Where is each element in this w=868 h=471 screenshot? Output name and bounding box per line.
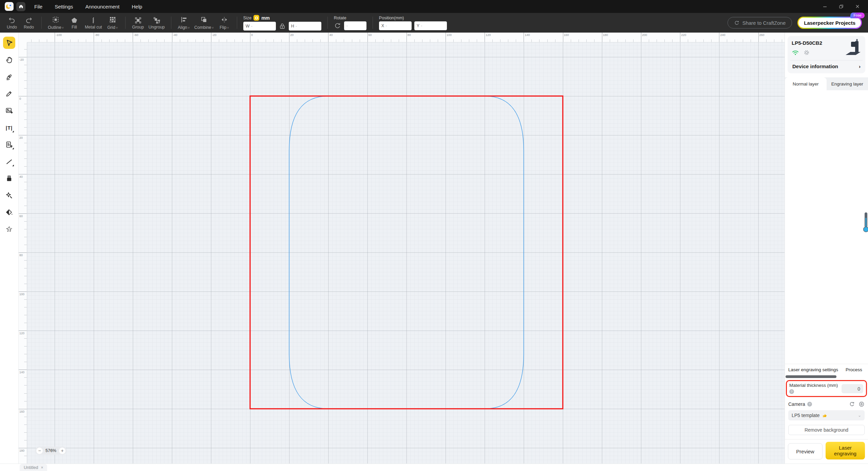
device-card: LP5-D50CB2 Device information ›: [788, 36, 865, 73]
toolbar-divider: [41, 17, 42, 29]
metal-cut-button[interactable]: Metal cut: [83, 16, 104, 30]
rotate-block: Rotate -: [334, 16, 366, 30]
toolbar-divider: [171, 17, 171, 29]
device-information-row[interactable]: Device information ›: [792, 60, 861, 71]
share-to-craftzone-button[interactable]: Share to CraftZone: [728, 17, 792, 29]
chevron-down-icon: ⌄: [858, 413, 861, 418]
app-logo-icon[interactable]: [5, 2, 14, 11]
combine-button[interactable]: Combine˅: [192, 16, 216, 30]
zoom-out-button[interactable]: −: [36, 448, 43, 454]
outline-button[interactable]: Outline˅: [46, 16, 66, 30]
minimize-icon[interactable]: [823, 4, 827, 9]
line-tool[interactable]: [3, 155, 15, 168]
horizontal-ruler: -100-80-60-40-20020406080100120140160180…: [27, 33, 785, 42]
layer-tabs: Normal layer Engraving layer: [785, 77, 868, 90]
chevron-down-icon: ˅: [116, 26, 118, 30]
position-y-input[interactable]: Y -: [414, 21, 447, 30]
menu-settings[interactable]: Settings: [55, 4, 73, 10]
toolbar-divider: [373, 17, 373, 29]
select-tool[interactable]: [3, 37, 15, 49]
import-file-tool[interactable]: [3, 138, 15, 151]
position-x-input[interactable]: X -: [379, 21, 412, 30]
hand-tool[interactable]: [3, 54, 15, 66]
size-unit-toggle[interactable]: [253, 15, 259, 21]
layer-list-area[interactable]: [785, 90, 868, 364]
preview-button[interactable]: Preview: [788, 443, 823, 459]
tab-engraving-layer[interactable]: Engraving layer: [827, 77, 868, 90]
restore-icon[interactable]: [839, 4, 844, 9]
menu-items: File Settings Announcement Help: [34, 4, 142, 10]
material-tool[interactable]: [3, 172, 15, 185]
pen-tool[interactable]: [3, 71, 15, 83]
chevron-down-icon: ˅: [62, 26, 64, 30]
camera-settings-icon[interactable]: [858, 401, 865, 407]
share-icon: [734, 20, 740, 26]
magic-wand-tool[interactable]: [3, 189, 15, 202]
width-input[interactable]: W -: [243, 22, 276, 31]
tab-process[interactable]: Process: [846, 367, 862, 372]
camera-refresh-icon[interactable]: [849, 401, 855, 407]
zoom-control: − 576% +: [35, 447, 67, 455]
align-button[interactable]: Align˅: [175, 16, 192, 30]
size-unit-label: mm: [261, 15, 270, 21]
camera-label: Camera: [788, 401, 805, 407]
tab-normal-layer[interactable]: Normal layer: [785, 77, 827, 90]
rotate-label: Rotate: [334, 16, 346, 20]
camera-row: Camera ?: [788, 401, 865, 407]
menu-file[interactable]: File: [34, 4, 42, 10]
ungroup-button[interactable]: Ungroup: [147, 16, 167, 30]
position-label: Position(mm): [379, 16, 404, 20]
toolbar-divider: [125, 17, 126, 29]
add-image-tool[interactable]: [3, 105, 15, 117]
text-tool[interactable]: |T|: [3, 121, 15, 134]
tab-laser-engraving-settings[interactable]: Laser engraving settings: [788, 367, 838, 372]
menu-announcement[interactable]: Announcement: [85, 4, 119, 10]
size-block: Size mm W - H -: [243, 15, 321, 31]
chevron-down-icon: ˅: [227, 26, 229, 30]
ruler-corner: [19, 33, 27, 42]
redo-button[interactable]: Redo: [20, 16, 37, 30]
laser-engraving-button[interactable]: Laser engraving: [826, 442, 865, 459]
grid-svg: [27, 42, 785, 464]
zoom-in-button[interactable]: +: [59, 448, 65, 454]
rotate-icon[interactable]: [334, 22, 341, 30]
help-icon[interactable]: ?: [789, 389, 794, 394]
home-button[interactable]: [16, 2, 25, 11]
height-input[interactable]: H -: [289, 22, 321, 31]
remove-background-button[interactable]: Remove background: [788, 425, 865, 435]
settings-tabs-scrollbar[interactable]: [786, 375, 836, 378]
thermometer-icon: [863, 212, 868, 234]
fill-button[interactable]: Fill: [66, 16, 83, 30]
window-controls: [823, 4, 863, 9]
group-button[interactable]: Group: [130, 16, 147, 30]
fill-color-tool[interactable]: [3, 206, 15, 219]
panel-footer: Preview Laser engraving: [785, 439, 868, 464]
help-icon[interactable]: ?: [807, 402, 812, 407]
material-thickness-input[interactable]: 0: [842, 384, 863, 393]
rotate-input[interactable]: -: [344, 21, 366, 30]
camera-template-dropdown[interactable]: LP5 template ⌄: [788, 410, 865, 420]
document-tab[interactable]: Untitled ×: [20, 464, 47, 471]
toolbar-divider: [327, 17, 328, 29]
device-settings-gear-icon[interactable]: [803, 49, 810, 56]
position-block: Position(mm) X - Y -: [379, 16, 447, 30]
chevron-right-icon: ›: [859, 64, 861, 69]
undo-button[interactable]: Undo: [3, 16, 20, 30]
menu-bar: File Settings Announcement Help: [0, 0, 868, 13]
grid-area[interactable]: [27, 42, 785, 464]
thumb-up-icon: [822, 413, 827, 418]
close-tab-icon[interactable]: ×: [41, 465, 43, 470]
free-badge: Free: [850, 13, 865, 18]
grid-button[interactable]: Grid˅: [104, 16, 121, 30]
flip-button[interactable]: Flip˅: [216, 16, 233, 30]
close-icon[interactable]: [855, 4, 860, 9]
wifi-icon: [792, 50, 799, 56]
chevron-down-icon: ˅: [188, 26, 190, 30]
pencil-tool[interactable]: [3, 88, 15, 100]
laserpecker-projects-button[interactable]: Laserpecker Projects Free: [797, 17, 862, 29]
lock-icon[interactable]: [279, 22, 286, 30]
element-library-tool[interactable]: [3, 223, 15, 236]
size-label: Size: [243, 16, 251, 20]
design-canvas[interactable]: -100-80-60-40-20020406080100120140160180…: [19, 33, 785, 464]
menu-help[interactable]: Help: [132, 4, 142, 10]
